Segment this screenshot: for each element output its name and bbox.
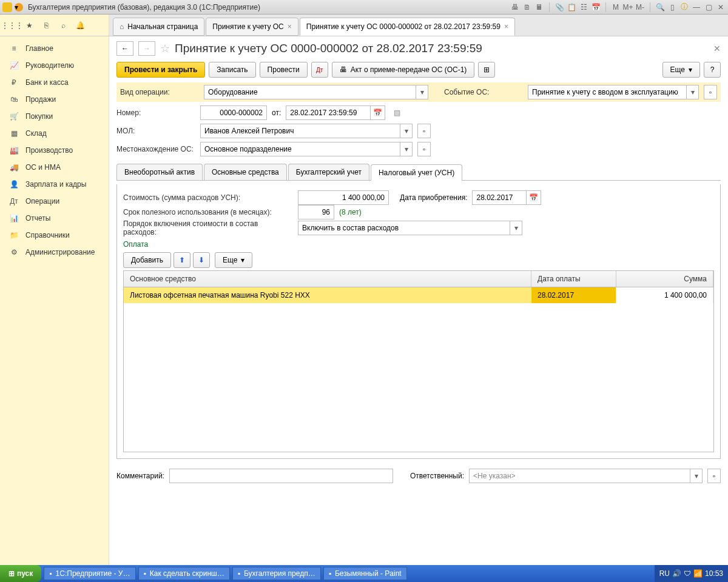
sidebar-item[interactable]: ДтОперации — [0, 193, 109, 210]
chevron-down-icon[interactable]: ▾ — [400, 124, 412, 138]
titlebar-icon[interactable]: 🖩 — [534, 2, 544, 12]
maximize-icon[interactable]: ▢ — [704, 2, 713, 12]
lang-indicator[interactable]: RU — [659, 569, 670, 578]
input-number[interactable] — [200, 105, 267, 120]
memory-m[interactable]: M — [611, 2, 621, 12]
select-event[interactable]: Принятие к учету с вводом в эксплуатацию… — [528, 85, 699, 99]
sidebar-item[interactable]: 🏭Производство — [0, 142, 109, 159]
select-location[interactable]: Основное подразделение ▾ — [200, 142, 413, 156]
sidebar-item[interactable]: 🛒Покупки — [0, 108, 109, 125]
approve-close-button[interactable]: Провести и закрыть — [116, 62, 205, 78]
chevron-down-icon[interactable]: ▾ — [510, 221, 522, 235]
sidebar-item[interactable]: 📈Руководителю — [0, 57, 109, 74]
calendar-icon[interactable]: 📅 — [371, 105, 385, 120]
star-icon[interactable]: ★ — [23, 19, 35, 32]
more-button[interactable]: Еще ▾ — [662, 62, 700, 78]
minimize-icon[interactable]: — — [692, 2, 701, 12]
tab-doc-current[interactable]: Принятие к учету ОС 0000-000002 от 28.02… — [300, 18, 515, 36]
move-up-button[interactable]: ⬆ — [174, 252, 190, 268]
col-sum[interactable]: Сумма — [616, 271, 713, 287]
help-button[interactable]: ? — [704, 62, 721, 78]
save-button[interactable]: Записать — [209, 62, 255, 78]
input-date[interactable]: 📅 — [286, 105, 385, 120]
taskbar-task[interactable]: ▪Бухгалтерия предп… — [232, 567, 321, 580]
form-tab[interactable]: Основные средства — [204, 164, 287, 180]
chevron-down-icon[interactable]: ▾ — [690, 469, 702, 483]
approve-button[interactable]: Провести — [260, 62, 308, 78]
search-icon[interactable]: ⌕ — [57, 19, 69, 32]
move-down-button[interactable]: ⬇ — [193, 252, 210, 268]
tab-home[interactable]: ⌂ Начальная страница — [113, 18, 204, 36]
panel-icon[interactable]: ▯ — [667, 2, 677, 12]
calendar-icon[interactable]: 📅 — [591, 2, 601, 12]
close-icon[interactable]: ✕ — [716, 2, 726, 12]
input-acq-date[interactable]: 📅 — [472, 190, 541, 205]
sidebar-item[interactable]: ▦Склад — [0, 125, 109, 142]
sidebar-item[interactable]: 🚚ОС и НМА — [0, 159, 109, 176]
payments-grid[interactable]: Основное средство Дата оплаты Сумма Лист… — [123, 270, 714, 452]
chevron-down-icon[interactable]: ▾ — [416, 85, 428, 99]
copy-icon[interactable]: ⎘ — [40, 19, 52, 32]
form-tab[interactable]: Налоговый учет (УСН) — [371, 164, 462, 181]
table-more-button[interactable]: Еще ▾ — [215, 252, 252, 268]
taskbar-task[interactable]: ▪1С:Предприятие - У… — [44, 567, 135, 580]
sidebar-item[interactable]: 👤Зарплата и кадры — [0, 176, 109, 193]
open-event-button[interactable]: ▫ — [704, 85, 717, 99]
sidebar-item[interactable]: ≡Главное — [0, 40, 109, 57]
add-button[interactable]: Добавить — [123, 252, 171, 268]
open-mol-button[interactable]: ▫ — [417, 124, 431, 138]
page-close-icon[interactable]: ✕ — [713, 44, 721, 53]
open-location-button[interactable]: ▫ — [417, 142, 431, 156]
chevron-down-icon[interactable]: ▾ — [400, 142, 412, 156]
chevron-down-icon[interactable]: ▾ — [686, 85, 698, 99]
calendar-icon[interactable]: 📅 — [527, 190, 541, 205]
sidebar-item[interactable]: 📊Отчеты — [0, 210, 109, 227]
sidebar-item[interactable]: ⚙Администрирование — [0, 244, 109, 261]
apps-icon[interactable]: ⋮⋮⋮ — [6, 19, 18, 32]
help-icon[interactable]: ⓘ — [679, 2, 689, 12]
memory-mplus[interactable]: M+ — [623, 2, 633, 12]
titlebar-icon[interactable]: 🗎 — [522, 2, 532, 12]
start-button[interactable]: ⊞ пуск — [0, 565, 41, 582]
nav-forward-button[interactable]: → — [138, 41, 155, 56]
col-asset[interactable]: Основное средство — [124, 271, 531, 287]
tray-icon[interactable]: 📶 — [693, 569, 703, 578]
titlebar-icon[interactable]: 🖶 — [510, 2, 520, 12]
sidebar-item[interactable]: 📁Справочники — [0, 227, 109, 244]
system-tray[interactable]: RU 🔊 🛡 📶 10:53 — [655, 565, 728, 582]
input-comment[interactable] — [169, 469, 393, 483]
tray-icon[interactable]: 🛡 — [684, 569, 691, 578]
form-tab[interactable]: Внеоборотный актив — [116, 164, 203, 180]
tab-doc-list[interactable]: Принятие к учету ОС × — [206, 18, 298, 36]
memory-mminus[interactable]: M- — [635, 2, 645, 12]
titlebar-icon[interactable]: 📎 — [554, 2, 564, 12]
nav-back-button[interactable]: ← — [116, 41, 133, 56]
select-mol[interactable]: Иванов Алексей Петрович ▾ — [200, 124, 413, 138]
window-menu-icon[interactable]: ▾ — [15, 3, 23, 12]
structure-button[interactable]: ⊞ — [478, 62, 495, 78]
grid-row[interactable]: Листовая офсетная печатная машина Ryobi … — [124, 287, 713, 303]
act-button[interactable]: 🖶 Акт о приеме-передаче ОС (ОС-1) — [332, 62, 475, 78]
taskbar-task[interactable]: ▪Как сделать скринш… — [138, 567, 230, 580]
bell-icon[interactable]: 🔔 — [74, 19, 86, 32]
tab-close-icon[interactable]: × — [504, 22, 508, 31]
dtkt-button[interactable]: Дт — [311, 62, 328, 78]
select-order[interactable]: Включить в состав расходов ▾ — [298, 221, 522, 235]
tray-icon[interactable]: 🔊 — [672, 569, 681, 578]
col-pay-date[interactable]: Дата оплаты — [531, 271, 616, 287]
sidebar-item[interactable]: ₽Банк и касса — [0, 74, 109, 91]
cell-pay-date[interactable]: 28.02.2017 — [531, 287, 616, 303]
titlebar-icon[interactable]: ☷ — [579, 2, 588, 12]
titlebar-icon[interactable]: 📋 — [567, 2, 576, 12]
open-responsible-button[interactable]: ▫ — [707, 469, 721, 483]
clock[interactable]: 10:53 — [705, 569, 723, 578]
input-useful-life[interactable] — [298, 205, 334, 219]
spreadsheet-icon[interactable]: ▤ — [394, 109, 400, 117]
select-op-type[interactable]: Оборудование ▾ — [204, 85, 428, 99]
select-responsible[interactable]: <Не указан> ▾ — [469, 469, 703, 483]
form-tab[interactable]: Бухгалтерский учет — [288, 164, 369, 180]
sidebar-item[interactable]: 🛍Продажи — [0, 91, 109, 108]
input-cost[interactable] — [298, 190, 389, 205]
zoom-icon[interactable]: 🔍 — [655, 2, 665, 12]
taskbar-task[interactable]: ▪Безымянный - Paint — [323, 567, 407, 580]
